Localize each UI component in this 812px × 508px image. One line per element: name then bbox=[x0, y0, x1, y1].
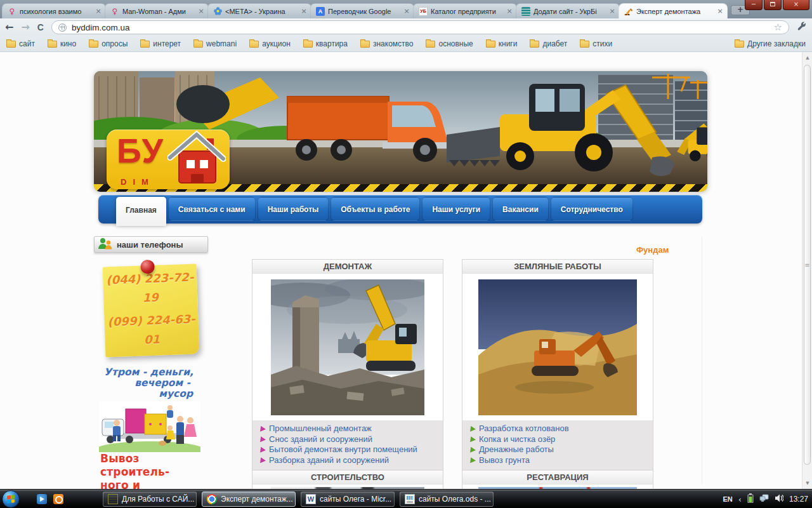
folder-icon bbox=[48, 41, 57, 48]
tab-man-woman[interactable]: ♀ Man-Woman - Адми × bbox=[105, 3, 209, 18]
bookmark-folder-diabet[interactable]: диабет bbox=[530, 39, 567, 48]
slogan-line: Утром - деньги, bbox=[96, 367, 199, 378]
speaker-icon[interactable] bbox=[775, 493, 783, 505]
tab-expert-demolition[interactable]: Эксперт демонтажа × bbox=[619, 3, 728, 18]
link-label: Бытовой демонтаж внутри помещений bbox=[269, 444, 417, 455]
close-button[interactable]: × bbox=[783, 0, 809, 10]
link-pit-excavation[interactable]: Разработка котлованов bbox=[470, 424, 649, 434]
taskbar-button-label: Эксперт демонтаж... bbox=[221, 495, 293, 504]
windows-logo-icon bbox=[7, 495, 15, 503]
section-title: СТРОИТЕЛЬСТВО bbox=[252, 471, 443, 485]
bookmark-folder-znakomstvo[interactable]: знакомство bbox=[360, 39, 414, 48]
tab-close-icon[interactable]: × bbox=[403, 7, 410, 15]
folder-icon bbox=[486, 41, 495, 48]
link-dismantling[interactable]: Разборка зданий и сооружений bbox=[260, 455, 439, 466]
taskbar-button-word[interactable]: W сайты Олега - Micr... bbox=[301, 491, 395, 507]
taskbar-button-spreadsheet[interactable]: сайты Олега.ods - ... bbox=[400, 491, 494, 507]
link-label: Копка и чистка озёр bbox=[479, 434, 555, 445]
tab-catalog[interactable]: УБ Каталог предприяти × bbox=[413, 3, 517, 18]
spreadsheet-icon bbox=[405, 494, 415, 504]
maximize-button[interactable] bbox=[764, 0, 782, 10]
nav-item-contact[interactable]: Связаться с нами bbox=[168, 197, 256, 221]
tab-close-icon[interactable]: × bbox=[197, 7, 205, 15]
nav-item-our-works[interactable]: Наши работы bbox=[258, 197, 329, 221]
taskbar-button-browser[interactable]: Эксперт демонтаж... bbox=[202, 491, 296, 507]
bookmark-folder-oprosy[interactable]: опросы bbox=[89, 39, 128, 48]
link-soil-removal[interactable]: Вывоз грунта bbox=[470, 455, 649, 466]
bookmark-folder-sait[interactable]: сайт bbox=[6, 39, 35, 48]
minimize-button[interactable]: − bbox=[745, 0, 763, 10]
wrench-menu-icon[interactable] bbox=[797, 21, 807, 34]
link-industrial-demolition[interactable]: Промышленный демонтаж bbox=[260, 424, 439, 434]
earthworks-photo[interactable] bbox=[478, 279, 637, 415]
link-building-demolition[interactable]: Снос зданий и сооружений bbox=[260, 434, 439, 445]
scroll-down-arrow[interactable]: ▼ bbox=[802, 478, 812, 488]
refresh-button[interactable]: C bbox=[37, 22, 44, 32]
tab-close-icon[interactable]: × bbox=[95, 7, 102, 15]
scroll-up-arrow[interactable]: ▲ bbox=[802, 53, 812, 63]
network-icon[interactable] bbox=[759, 493, 769, 505]
tab-close-icon[interactable]: × bbox=[716, 7, 724, 15]
bookmark-folder-kino[interactable]: кино bbox=[48, 39, 76, 48]
phones-header: наши телефоны bbox=[94, 236, 208, 253]
slogan-line: мусор bbox=[96, 389, 199, 399]
bookmark-folder-stihi[interactable]: стихи bbox=[580, 39, 612, 48]
sidebar: наши телефоны (044) 223-72-19 (099) 224-… bbox=[94, 236, 208, 253]
arrow-bullet-icon bbox=[470, 426, 476, 432]
start-button[interactable] bbox=[2, 490, 20, 508]
link-interior-demolition[interactable]: Бытовой демонтаж внутри помещений bbox=[260, 444, 439, 455]
ad-text: Вывоз строитель- ного и крупногаба- ритн… bbox=[100, 452, 208, 489]
section-construction: СТРОИТЕЛЬСТВО bbox=[252, 470, 443, 489]
tab-meta[interactable]: <МЕТА> - Украина × bbox=[207, 3, 311, 18]
content-panel-edge bbox=[702, 236, 702, 484]
tab-close-icon[interactable]: × bbox=[506, 7, 513, 15]
bookmark-star-icon[interactable]: ☆ bbox=[774, 22, 782, 33]
bookmark-label: опросы bbox=[102, 39, 128, 48]
section-title: ДЕМОНТАЖ bbox=[252, 260, 443, 274]
bookmark-folder-knigi[interactable]: книги bbox=[486, 39, 518, 48]
nav-item-objects-in-progress[interactable]: Объекты в работе bbox=[331, 197, 420, 221]
nav-item-cooperation[interactable]: Сотрудничество bbox=[551, 197, 633, 221]
address-bar[interactable]: byddim.com.ua ☆ bbox=[51, 20, 789, 34]
quick-launch-icon[interactable] bbox=[53, 494, 63, 504]
url-text[interactable]: byddim.com.ua bbox=[72, 23, 769, 32]
site-logo[interactable]: БУ DIM bbox=[107, 130, 230, 189]
tab-translate[interactable]: A Переводчик Google × bbox=[310, 3, 414, 18]
forward-button[interactable]: → bbox=[21, 22, 29, 32]
logo-subtext: DIM bbox=[121, 177, 155, 187]
taskbar-button-notes[interactable]: Для Работы с САЙ... bbox=[103, 491, 197, 507]
tab-psychology[interactable]: ♀ психология взаимо × bbox=[2, 3, 106, 18]
bookmark-folder-webmani[interactable]: webmani bbox=[193, 39, 237, 48]
folder-icon bbox=[426, 41, 435, 48]
battery-icon[interactable] bbox=[747, 493, 754, 505]
tab-add-site[interactable]: Додати сайт - УкрБі × bbox=[516, 3, 620, 18]
excavator-icon bbox=[624, 7, 633, 16]
scrollbar-thumb[interactable]: ≡ bbox=[804, 65, 811, 465]
clock[interactable]: 13:27 bbox=[789, 495, 808, 504]
gender-icon: ♀ bbox=[8, 7, 16, 16]
tab-close-icon[interactable]: × bbox=[608, 7, 616, 15]
other-bookmarks-button[interactable]: Другие закладки bbox=[735, 39, 806, 48]
back-button[interactable]: ← bbox=[5, 22, 13, 32]
taskbar-button-label: сайты Олега - Micr... bbox=[320, 495, 391, 504]
maximize-icon bbox=[770, 2, 775, 6]
bookmark-folder-interet[interactable]: интерет bbox=[140, 39, 181, 48]
tray-expand-chevron[interactable]: ‹ bbox=[738, 495, 742, 504]
nav-item-our-services[interactable]: Наши услуги bbox=[422, 197, 490, 221]
nav-item-home[interactable]: Главная bbox=[116, 197, 166, 226]
link-drainage-works[interactable]: Дренажные работы bbox=[470, 444, 649, 455]
section-title: РЕСТАВРАЦИЯ bbox=[462, 471, 653, 485]
media-player-icon[interactable] bbox=[37, 494, 47, 504]
arrow-bullet-icon bbox=[470, 457, 476, 463]
globe-icon bbox=[58, 23, 67, 32]
bookmark-folder-osnovnye[interactable]: основные bbox=[426, 39, 473, 48]
tab-close-icon[interactable]: × bbox=[300, 7, 308, 15]
bookmark-folder-kvartira[interactable]: квартира bbox=[303, 39, 348, 48]
site-navigation: Главная Связаться с нами Наши работы Объ… bbox=[98, 195, 702, 224]
link-pond-digging[interactable]: Копка и чистка озёр bbox=[470, 434, 649, 445]
demolition-photo[interactable] bbox=[271, 279, 424, 415]
page-scrollbar[interactable]: ▲ ≡ ▼ bbox=[802, 52, 812, 489]
nav-item-vacancies[interactable]: Вакансии bbox=[492, 197, 549, 221]
bookmark-folder-auktsion[interactable]: аукцион bbox=[249, 39, 291, 48]
language-indicator[interactable]: EN bbox=[723, 495, 732, 503]
